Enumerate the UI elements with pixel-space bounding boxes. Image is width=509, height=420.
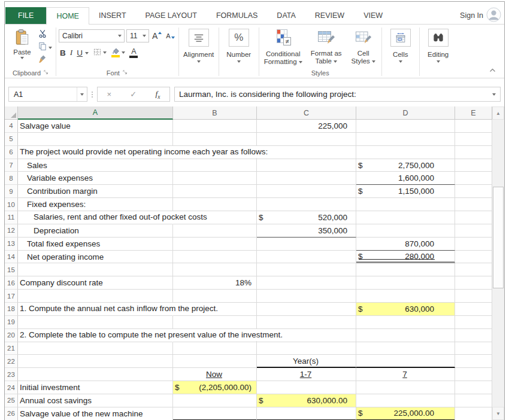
row-header-22[interactable]: 22: [5, 355, 18, 368]
cell-C7[interactable]: [257, 159, 356, 172]
cell-A18[interactable]: 1. Compute the annual net cash inflow fr…: [18, 303, 173, 316]
cell-C21[interactable]: [257, 342, 356, 355]
italic-button[interactable]: I: [70, 48, 73, 57]
cell-C12[interactable]: 350,000: [257, 224, 356, 238]
cell-D22[interactable]: [356, 355, 455, 368]
row-header-26[interactable]: 26: [5, 407, 18, 420]
cell-C11[interactable]: $520,000: [257, 211, 356, 224]
collapse-ribbon-button[interactable]: [489, 64, 496, 75]
cell-D15[interactable]: [356, 263, 455, 276]
formula-bar-resize-handle[interactable]: [92, 92, 93, 98]
cell-E18[interactable]: [455, 303, 492, 316]
row-header-19[interactable]: 19: [5, 316, 18, 329]
tab-home[interactable]: HOME: [46, 7, 89, 25]
cell-B15[interactable]: [173, 263, 257, 276]
tab-page-layout[interactable]: PAGE LAYOUT: [136, 7, 207, 24]
format-as-table-button[interactable]: Format as Table: [307, 28, 346, 68]
cell-E26[interactable]: [455, 407, 492, 420]
number-group[interactable]: % Number: [219, 26, 259, 78]
cell-B12[interactable]: [173, 224, 257, 238]
cell-E16[interactable]: [455, 276, 492, 290]
cell-E23[interactable]: [455, 368, 492, 381]
cell-D20[interactable]: [356, 329, 455, 342]
cell-C9[interactable]: [257, 185, 356, 198]
cell-D5[interactable]: [356, 133, 455, 146]
row-header-21[interactable]: 21: [5, 342, 18, 355]
row-header-18[interactable]: 18: [5, 303, 18, 316]
cell-A24[interactable]: Initial investment: [18, 381, 173, 394]
cell-A13[interactable]: Total fixed expenses: [18, 238, 173, 251]
scrollbar-thumb[interactable]: [493, 187, 504, 288]
cell-B7[interactable]: [173, 159, 257, 172]
cell-E10[interactable]: [455, 198, 492, 211]
cell-C10[interactable]: [257, 198, 356, 211]
scroll-down-button[interactable]: ▼: [492, 407, 504, 420]
cell-E22[interactable]: [455, 355, 492, 368]
scroll-up-button[interactable]: ▲: [492, 106, 504, 120]
cell-B16[interactable]: 18%: [173, 276, 257, 290]
row-header-7[interactable]: 7: [5, 159, 18, 172]
cell-D12[interactable]: [356, 224, 455, 238]
cell-D8[interactable]: 1,600,000: [356, 172, 455, 185]
cell-A9[interactable]: Contribution margin: [18, 185, 173, 198]
row-header-24[interactable]: 24: [5, 381, 18, 394]
insert-function-icon[interactable]: fx: [155, 89, 160, 100]
row-header-20[interactable]: 20: [5, 329, 18, 342]
cell-C17[interactable]: [257, 290, 356, 303]
row-header-10[interactable]: 10: [5, 198, 18, 211]
font-color-button[interactable]: A: [129, 48, 138, 58]
cell-D18[interactable]: $630,000: [356, 303, 455, 316]
cell-D9[interactable]: $1,150,000: [356, 185, 455, 198]
cell-D11[interactable]: [356, 211, 455, 224]
copy-dropdown-icon[interactable]: [49, 47, 52, 49]
cell-D26[interactable]: $225,000.00: [356, 407, 455, 420]
row-header-11[interactable]: 11: [5, 211, 18, 224]
editing-group[interactable]: Editing: [420, 26, 457, 78]
cell-C16[interactable]: [257, 276, 356, 290]
cell-A21[interactable]: [18, 342, 173, 355]
expand-formula-bar-icon[interactable]: [492, 93, 496, 96]
cell-B24[interactable]: $(2,205,000.00): [173, 381, 257, 394]
cut-button[interactable]: [38, 30, 52, 40]
cell-B10[interactable]: [173, 198, 257, 211]
cell-C24[interactable]: [257, 381, 356, 394]
cell-E21[interactable]: [455, 342, 492, 355]
cell-B14[interactable]: [173, 251, 257, 264]
cell-A14[interactable]: Net operating income: [18, 251, 173, 264]
scrollbar-track[interactable]: [492, 120, 504, 407]
cell-B17[interactable]: [173, 290, 257, 303]
cell-D7[interactable]: $2,750,000: [356, 159, 455, 172]
enter-icon[interactable]: ✓: [130, 90, 137, 99]
cell-A25[interactable]: Annual cost savings: [18, 394, 173, 407]
cell-D24[interactable]: [356, 381, 455, 394]
cell-A20[interactable]: 2. Complete the table to compute the net…: [18, 329, 173, 342]
paste-dropdown-icon[interactable]: [20, 57, 24, 59]
row-header-14[interactable]: 14: [5, 251, 18, 264]
cell-A23[interactable]: [18, 368, 173, 381]
cell-A6[interactable]: The project would provide net operating …: [18, 146, 173, 159]
copy-button[interactable]: [38, 42, 52, 53]
cell-D13[interactable]: 870,000: [356, 238, 455, 251]
cell-A7[interactable]: Sales: [18, 159, 173, 172]
cell-C19[interactable]: [257, 316, 356, 329]
column-header-E[interactable]: E: [455, 106, 492, 120]
row-header-6[interactable]: 6: [5, 146, 18, 159]
font-family-select[interactable]: Calibri: [59, 29, 125, 42]
cell-A5[interactable]: [18, 133, 173, 146]
cell-E19[interactable]: [455, 316, 492, 329]
row-header-5[interactable]: 5: [5, 133, 18, 146]
row-header-16[interactable]: 16: [5, 276, 18, 290]
font-size-select[interactable]: 11: [126, 29, 149, 42]
cell-C18[interactable]: [257, 303, 356, 316]
cell-C23[interactable]: 1-7: [257, 368, 356, 381]
cell-A10[interactable]: Fixed expenses:: [18, 198, 173, 211]
decrease-font-size-button[interactable]: A: [165, 32, 175, 39]
bold-button[interactable]: B: [60, 48, 66, 57]
cell-D6[interactable]: [356, 146, 455, 159]
alignment-group[interactable]: Alignment: [179, 26, 219, 78]
sign-in-button[interactable]: Sign In: [460, 7, 504, 24]
column-header-A[interactable]: A: [18, 106, 173, 120]
cancel-icon[interactable]: ×: [107, 90, 112, 99]
cells-group[interactable]: Cells: [382, 26, 419, 78]
cell-E9[interactable]: [455, 185, 492, 198]
